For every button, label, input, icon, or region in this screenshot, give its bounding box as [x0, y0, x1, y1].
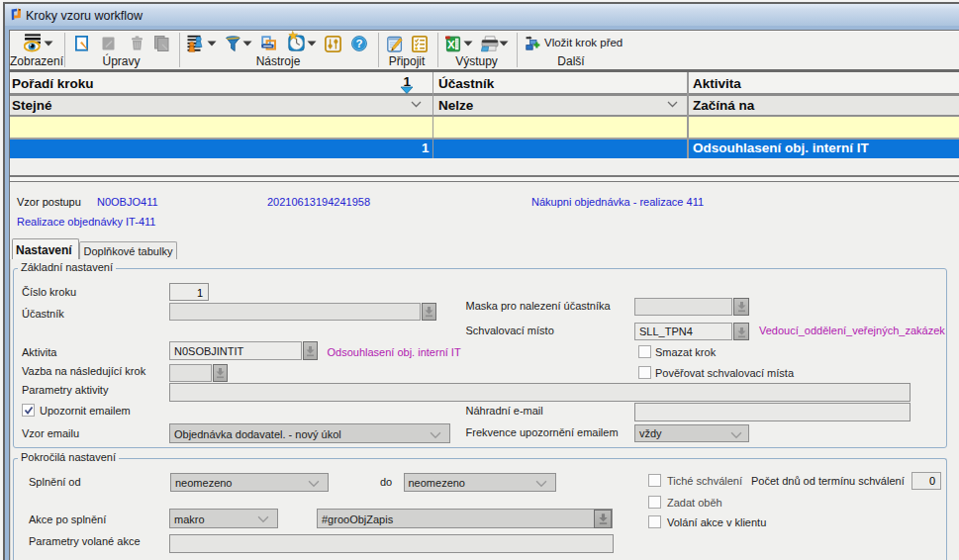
svg-text:?: ? — [355, 38, 362, 49]
svg-text:X: X — [447, 39, 455, 50]
